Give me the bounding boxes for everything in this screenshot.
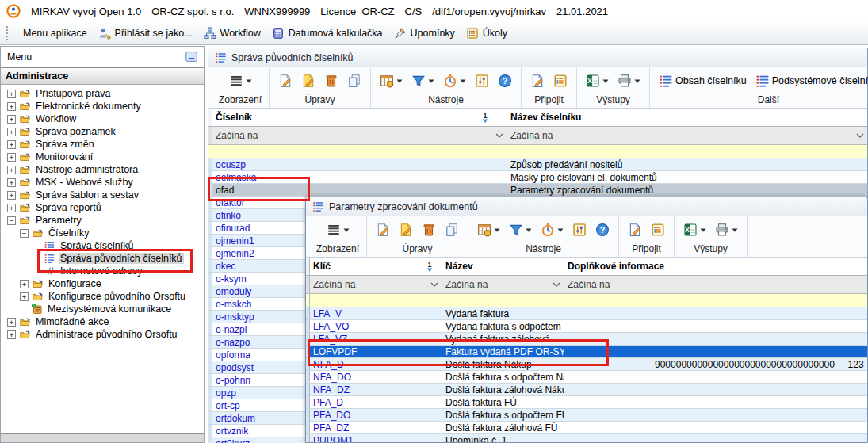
filter-dropdown-icon[interactable] — [430, 282, 438, 287]
dropdown-caret-icon[interactable] — [700, 228, 706, 232]
table-row-nfa-do[interactable]: NFA_DODošlá faktura s odpočtem Nákup — [306, 371, 867, 384]
dropdown-caret-icon[interactable] — [396, 79, 403, 83]
tree-item-nastroje-administratora[interactable]: +Nástroje administrátora — [1, 163, 204, 176]
expand-icon[interactable]: + — [7, 191, 16, 200]
table-row-pfa-d[interactable]: PFA_DDošlá faktura FÚ — [306, 396, 867, 409]
table-row-ofad[interactable]: ofadParametry zpracování dokumentů — [208, 184, 867, 197]
excel-button[interactable]: X — [584, 72, 610, 90]
table-row-pfa-do[interactable]: PFA_DODošlá faktura s odpočtem FÚ — [306, 409, 867, 422]
column-header-ciselnik[interactable]: Číselník 1 — [212, 109, 507, 126]
stopwatch-button[interactable] — [442, 72, 468, 90]
tree-item-elektronicke-dokumenty[interactable]: +Elektronické dokumenty — [1, 100, 204, 113]
menubar-item-datumova-kalkulacka[interactable]: Datumová kalkulačka — [266, 25, 388, 42]
table-row-lfa-v[interactable]: LFA_VVydaná faktura — [306, 307, 867, 320]
filter-dropdown-icon[interactable] — [553, 282, 560, 287]
stopwatch-button[interactable] — [539, 221, 565, 239]
menubar-item-ukoly[interactable]: Úkoly — [461, 25, 513, 42]
page-edit-button[interactable] — [397, 221, 415, 239]
menubar-item-workflow[interactable]: Workflow — [198, 25, 266, 42]
tree-item-msk-webove-sluzby[interactable]: +MSK - Webové služby — [1, 176, 204, 189]
page-edit-button[interactable] — [300, 72, 317, 90]
tree-item-sprava-reportu[interactable]: +Správa reportů — [1, 201, 204, 214]
attach-list-button[interactable] — [649, 221, 667, 239]
tree-item-administrace-puvodniho-orsoftu[interactable]: +Administrace původního Orsoftu — [1, 328, 204, 341]
tree-item-sprava-zmen[interactable]: +Správa změn — [1, 138, 204, 151]
table-row-ocuszp[interactable]: ocuszpZpůsob předávání nositelů — [208, 158, 867, 171]
tree-item-sprava-ciselniku[interactable]: Správa číselníků — [1, 239, 204, 252]
dropdown-caret-icon[interactable] — [246, 79, 252, 83]
table-row-lfa-vz[interactable]: LFA_VZVydaná faktura zálohová — [306, 333, 867, 346]
column-header-doplnkove-informace[interactable]: Doplňkové informace — [564, 258, 867, 275]
trash-button[interactable] — [420, 221, 438, 239]
tree-item-konfigurace-puvodniho-orsoftu[interactable]: +Konfigurace původního Orsoftu — [1, 290, 204, 303]
expand-icon[interactable]: + — [7, 140, 16, 149]
column-header-nazev-ciselniku[interactable]: Název číselníku — [507, 109, 867, 126]
dropdown-caret-icon[interactable] — [526, 228, 532, 232]
expand-icon[interactable]: + — [7, 166, 16, 174]
copy-button[interactable] — [346, 72, 363, 90]
sidebar-group-header[interactable]: Administrace — [1, 67, 204, 85]
table-row-lfa-vo[interactable]: LFA_VOVydaná faktura s odpočtem — [306, 320, 867, 333]
menubar-item-menu-aplikace[interactable]: Menu aplikace — [17, 25, 93, 41]
expand-icon[interactable]: + — [7, 90, 16, 98]
main-grid-new-row[interactable] — [208, 145, 867, 158]
filter-cell-doplnkove[interactable]: Začíná na — [564, 276, 867, 293]
dropdown-caret-icon[interactable] — [460, 79, 466, 83]
attach-edit-button[interactable] — [626, 221, 644, 239]
sliders-button[interactable] — [473, 72, 491, 90]
filter-cell-nazev[interactable]: Začíná na — [507, 127, 867, 144]
filter-dropdown-icon[interactable] — [856, 133, 864, 138]
funnel-button[interactable] — [507, 221, 533, 239]
copy-button[interactable] — [443, 221, 461, 239]
menubar-item-prihlasit-se-jako[interactable]: Přihlásit se jako... — [93, 25, 198, 42]
tree-item-pristupova-prava[interactable]: +Přístupová práva — [1, 87, 204, 100]
table-row-nfa-dz[interactable]: NFA_DZDošlá faktura zálohová Nákup — [306, 384, 867, 396]
collapse-icon[interactable]: − — [20, 229, 29, 238]
expand-icon[interactable]: + — [7, 153, 16, 162]
tree-item-konfigurace[interactable]: +Konfigurace — [1, 277, 204, 290]
collapse-icon[interactable]: − — [7, 216, 16, 225]
column-header-klic[interactable]: Klíč 1 — [310, 258, 442, 275]
funnel-button[interactable] — [410, 72, 436, 90]
dropdown-caret-icon[interactable] — [732, 228, 738, 232]
dropdown-caret-icon[interactable] — [343, 228, 350, 232]
tree-item-ciselniky[interactable]: −Číselníky — [1, 227, 204, 239]
sliders-button[interactable] — [571, 221, 588, 239]
table-row-pfa-dz[interactable]: PFA_DZDošlá faktura zálohová FÚ — [306, 422, 867, 434]
expand-icon[interactable]: + — [20, 292, 29, 301]
dropdown-caret-icon[interactable] — [634, 79, 640, 83]
menubar-item-upominky[interactable]: Upomínky — [388, 25, 461, 42]
tree-item-internetove-adresy[interactable]: Internetové adresy — [1, 265, 204, 277]
page-new-button[interactable] — [277, 72, 294, 90]
expand-icon[interactable]: + — [7, 330, 16, 339]
tree-item-workflow[interactable]: +Workflow — [1, 113, 204, 125]
obsah-ciselniku-button[interactable]: Obsah číselníku — [657, 72, 748, 90]
expand-icon[interactable]: + — [7, 178, 16, 187]
tree-item-monitorovani[interactable]: +Monitorování — [1, 151, 204, 163]
filter-cell-nazev[interactable]: Začíná na — [442, 276, 564, 293]
collapse-sidebar-button[interactable] — [185, 52, 197, 62]
filter-cell-ciselnik[interactable]: Začíná na — [212, 127, 507, 144]
expand-icon[interactable]: + — [20, 280, 29, 288]
table-row-lofvpdf[interactable]: LOFVPDFFaktura vydaná PDF OR-SYSTEM Open — [306, 346, 867, 358]
trash-button[interactable] — [323, 72, 340, 90]
column-header-nazev[interactable]: Název — [442, 258, 564, 275]
tree-item-mezisystemova-komunikace[interactable]: Mezisystémová komunikace — [1, 303, 204, 315]
table-row-nfa-d[interactable]: NFA_DDošlá faktura Nákup 900000000000000… — [306, 358, 867, 371]
dialog-grid-new-row[interactable] — [306, 294, 867, 307]
expand-icon[interactable]: + — [7, 318, 16, 327]
expand-icon[interactable]: + — [7, 204, 16, 212]
expand-icon[interactable]: + — [7, 128, 16, 136]
table-tools-button[interactable] — [476, 221, 502, 239]
podsystemove-ciselniky-button[interactable]: Podsystémové číselníky — [754, 72, 868, 90]
printer-button[interactable] — [616, 72, 642, 90]
help-button[interactable]: ? — [496, 72, 514, 90]
page-new-button[interactable] — [374, 221, 392, 239]
table-row-oelmaska[interactable]: oelmaskaMasky pro číslování el. dokument… — [208, 171, 867, 184]
printer-button[interactable] — [713, 221, 740, 239]
dropdown-caret-icon[interactable] — [557, 228, 564, 232]
tree-item-parametry[interactable]: −Parametry — [1, 214, 204, 227]
view-list-button[interactable] — [228, 72, 254, 90]
dropdown-caret-icon[interactable] — [494, 228, 500, 232]
help-button[interactable]: ? — [594, 221, 611, 239]
